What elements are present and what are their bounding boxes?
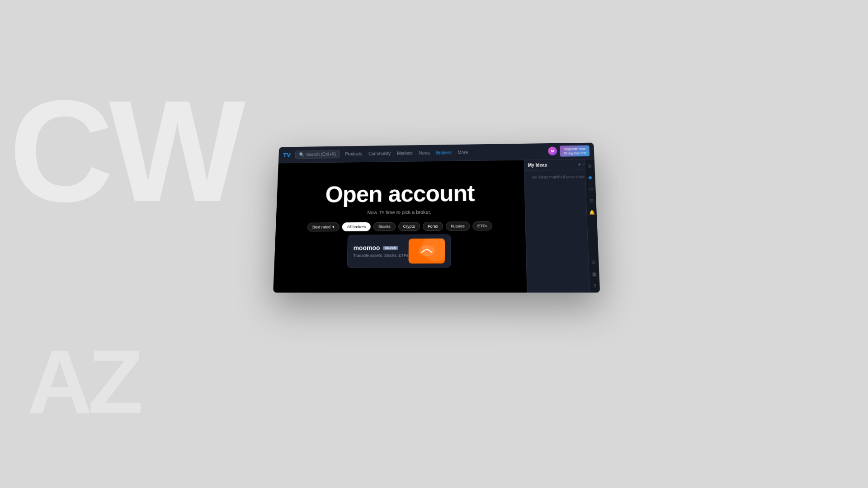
broker-name-text: moomoo [353, 244, 380, 251]
filter-forex[interactable]: Forex [423, 221, 443, 230]
main-content: Open account Now it's time to pick a bro… [273, 160, 600, 293]
right-panel: My Ideas + ··· ≡ No ideas matched your c… [524, 160, 600, 293]
filter-futures[interactable]: Futures [446, 221, 470, 230]
hero-subtitle: Now it's time to pick a broker. [367, 209, 431, 215]
chat-sidebar-icon[interactable]: ▭ [587, 185, 594, 192]
chevron-down-icon: ▾ [332, 225, 335, 229]
window-wrapper: TV 🔍 Search (Ctrl+K) Products Community … [274, 143, 594, 345]
nav-products[interactable]: Products [342, 150, 365, 158]
upgrade-label: Upgrade now [563, 146, 585, 151]
nav-markets[interactable]: Markets [394, 149, 415, 158]
bg-decoration-2: AZ [27, 330, 139, 434]
target-sidebar-icon[interactable]: ◎ [590, 258, 598, 266]
browser-window: TV 🔍 Search (Ctrl+K) Products Community … [273, 143, 600, 293]
broker-assets: Tradable assets: Stocks, ETFs [353, 253, 408, 258]
calendar-sidebar-icon[interactable]: ▦ [590, 270, 598, 278]
trial-label: 30-day free trial [564, 151, 586, 155]
silver-badge: SILVER [382, 246, 398, 250]
scene-container: TV 🔍 Search (Ctrl+K) Products Community … [231, 108, 637, 380]
filter-all-brokers[interactable]: All brokers [342, 222, 371, 231]
filter-row: Best rated ▾ All brokers Stocks Crypto F… [307, 221, 492, 231]
filter-stocks[interactable]: Stocks [373, 222, 396, 231]
screener-sidebar-icon[interactable]: ⊡ [587, 197, 595, 204]
broker-name: moomoo SILVER [353, 244, 408, 252]
watchlist-sidebar-icon[interactable]: ◎ [586, 162, 594, 169]
nav-more[interactable]: More [455, 148, 470, 157]
tradingview-logo: TV [283, 151, 291, 158]
broker-logo-image [417, 244, 435, 258]
help-sidebar-icon[interactable]: ? [591, 282, 599, 290]
search-bar[interactable]: 🔍 Search (Ctrl+K) [295, 150, 340, 159]
broker-info: moomoo SILVER Tradable assets: Stocks, E… [353, 244, 408, 258]
add-idea-button[interactable]: + [578, 162, 580, 167]
search-icon: 🔍 [299, 152, 304, 157]
search-label: Search (Ctrl+K) [306, 152, 336, 157]
ideas-sidebar-icon[interactable]: ◉ [586, 174, 594, 181]
sort-label: Best rated [312, 225, 330, 229]
svg-point-0 [418, 245, 434, 256]
nav-brokers[interactable]: Brokers [434, 149, 454, 157]
filter-etfs[interactable]: ETFs [472, 221, 492, 230]
avatar[interactable]: M [548, 147, 557, 156]
panel-title: My Ideas [528, 163, 547, 168]
hero-section: Open account Now it's time to pick a bro… [273, 160, 527, 293]
bg-decoration-1: CW [9, 68, 241, 234]
filter-crypto[interactable]: Crypto [398, 222, 420, 231]
hero-title: Open account [325, 181, 475, 206]
icon-sidebar: ◎ ◉ ▭ ⊡ 🔔 ◎ ▦ ? [584, 160, 600, 293]
sort-dropdown[interactable]: Best rated ▾ [307, 222, 340, 231]
nav-news[interactable]: News [416, 149, 432, 157]
nav-links: Products Community Markets News Brokers … [342, 147, 545, 158]
nav-community[interactable]: Community [366, 150, 393, 158]
upgrade-button[interactable]: Upgrade now 30-day free trial [560, 145, 590, 157]
broker-card[interactable]: moomoo SILVER Tradable assets: Stocks, E… [347, 234, 451, 267]
broker-logo [408, 238, 445, 263]
alert-sidebar-icon[interactable]: 🔔 [588, 208, 595, 216]
nav-right: M Upgrade now 30-day free trial [548, 145, 590, 157]
